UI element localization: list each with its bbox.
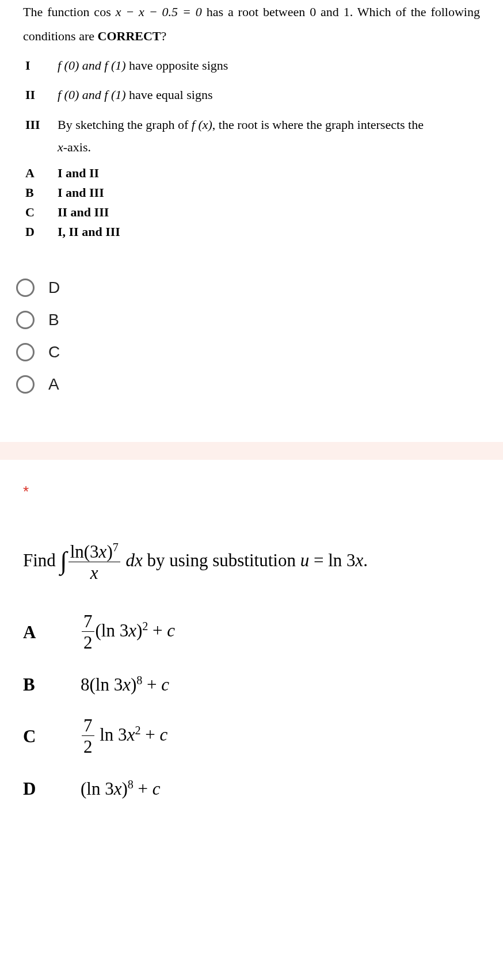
q2-fraction: ln(3x)7x (68, 541, 120, 584)
option-d-label: D (23, 222, 58, 242)
q1-qmark: ? (161, 29, 167, 43)
radio-option-c[interactable]: C (16, 343, 487, 361)
q2-option-a-expr: 72(ln 3x)2 + c (81, 601, 175, 663)
q1-correct: CORRECT (98, 29, 161, 43)
q2-option-d: D (ln 3x)8 + c (23, 768, 175, 810)
q2-option-a-label: A (23, 601, 81, 663)
statement-1-label: I (23, 51, 58, 81)
option-d-text: I, II and III (58, 222, 120, 242)
radio-circle-icon (16, 279, 35, 297)
q2-x: x (356, 550, 364, 570)
q2-option-d-expr: (ln 3x)8 + c (81, 768, 175, 810)
question-1-text: The function cos x − x − 0.5 = 0 has a r… (23, 0, 480, 48)
question-2-text: Find ∫ln(3x)7x dx by using substitution … (23, 541, 480, 584)
option-b-text: I and III (58, 183, 120, 203)
q2-dot: . (363, 550, 368, 570)
option-c-text: II and III (58, 203, 120, 222)
q2-option-c-expr: 72 ln 3x2 + c (81, 706, 175, 768)
q2-option-a: A 72(ln 3x)2 + c (23, 601, 175, 663)
radio-option-a[interactable]: A (16, 375, 487, 394)
radio-group-q1: D B C A (0, 242, 503, 442)
radio-circle-icon (16, 343, 35, 361)
radio-label-d: D (48, 279, 60, 297)
q2-option-d-label: D (23, 768, 81, 810)
q2-options-list: A 72(ln 3x)2 + c B 8(ln 3x)8 + c C 72 ln… (23, 601, 175, 810)
section-divider (0, 442, 503, 460)
q1-text-part1: The function cos (23, 5, 111, 19)
radio-circle-icon (16, 311, 35, 329)
statement-2-text: f (0) and f (1) have equal signs (58, 80, 424, 110)
option-a-label: A (23, 163, 58, 183)
option-c-row: C II and III (23, 203, 120, 222)
q2-option-b: B 8(ln 3x)8 + c (23, 663, 175, 706)
statement-1: I f (0) and f (1) have opposite signs (23, 51, 424, 81)
statement-2-label: II (23, 80, 58, 110)
statement-3-mid: f (x) (192, 117, 212, 132)
statement-3: III By sketching the graph of f (x), the… (23, 110, 424, 162)
statement-1-post: have opposite signs (126, 58, 228, 73)
q1-eq: x − x − 0.5 = 0 (111, 5, 202, 19)
statement-2-post: have equal signs (126, 87, 213, 102)
q2-mid: by using substitution (143, 550, 300, 570)
statement-2: II f (0) and f (1) have equal signs (23, 80, 424, 110)
integral-icon: ∫ (60, 546, 67, 575)
statement-3-pre: By sketching the graph of (58, 117, 192, 132)
statement-2-pre: f (0) and f (1) (58, 87, 126, 102)
q2-option-c: C 72 ln 3x2 + c (23, 706, 175, 768)
statement-3-text: By sketching the graph of f (x), the roo… (58, 110, 424, 162)
answer-options-list: A I and II B I and III C II and III D I,… (23, 163, 120, 242)
question-2: * Find ∫ln(3x)7x dx by using substitutio… (0, 460, 503, 822)
statement-1-pre: f (0) and f (1) (58, 58, 126, 73)
option-b-row: B I and III (23, 183, 120, 203)
q2-eq: = ln 3 (309, 550, 355, 570)
option-d-row: D I, II and III (23, 222, 120, 242)
statement-3-post: , the root is where the graph intersects… (212, 117, 424, 132)
option-c-label: C (23, 203, 58, 222)
radio-option-b[interactable]: B (16, 311, 487, 329)
radio-label-b: B (48, 311, 59, 329)
radio-label-a: A (48, 375, 59, 394)
statement-3-post2: x (58, 140, 63, 154)
option-a-text: I and II (58, 163, 120, 183)
question-1: The function cos x − x − 0.5 = 0 has a r… (0, 0, 503, 242)
q2-option-c-label: C (23, 706, 81, 768)
option-b-label: B (23, 183, 58, 203)
question-2-content: Find ∫ln(3x)7x dx by using substitution … (23, 541, 480, 810)
statement-3-post3: -axis. (63, 140, 91, 154)
radio-option-d[interactable]: D (16, 279, 487, 297)
q2-option-b-expr: 8(ln 3x)8 + c (81, 663, 175, 706)
q2-dx: dx (121, 550, 143, 570)
q2-find: Find (23, 550, 60, 570)
statement-3-label: III (23, 110, 58, 162)
q2-u: u (300, 550, 310, 570)
option-a-row: A I and II (23, 163, 120, 183)
required-asterisk: * (23, 483, 480, 501)
q2-option-b-label: B (23, 663, 81, 706)
statements-list: I f (0) and f (1) have opposite signs II… (23, 51, 424, 162)
radio-circle-icon (16, 375, 35, 394)
radio-label-c: C (48, 343, 60, 361)
statement-1-text: f (0) and f (1) have opposite signs (58, 51, 424, 81)
